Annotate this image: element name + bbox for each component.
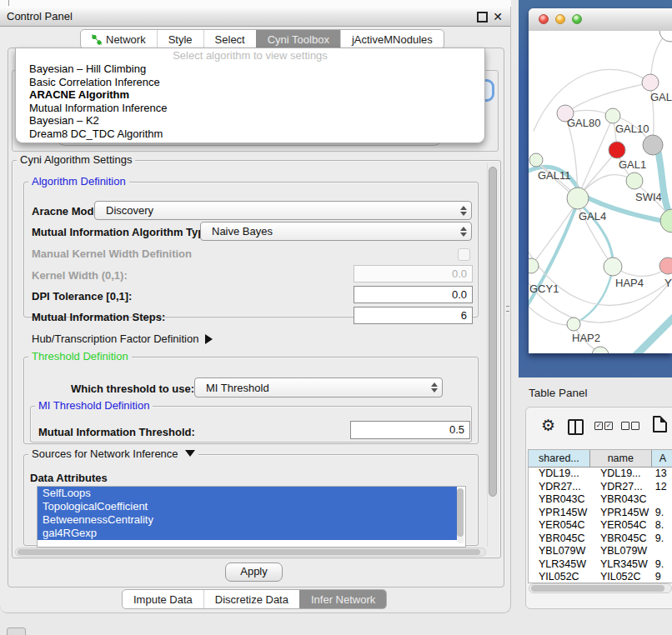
sources-title[interactable]: Sources for Network Inference (28, 448, 198, 460)
algorithm-option[interactable]: Basic Correlation Inference (16, 76, 484, 89)
network-node-gal[interactable] (642, 74, 659, 91)
data-attribute-item[interactable]: SelfLoops (38, 487, 457, 500)
node-label: HAP4 (615, 277, 644, 289)
mi-threshold-field[interactable]: 0.5 (350, 421, 470, 439)
select-all-checkboxes-icon[interactable]: ✓ (604, 422, 613, 430)
algorithm-option[interactable]: ARACNE Algorithm (16, 88, 484, 102)
column-header[interactable]: A (652, 450, 672, 468)
minimize-traffic-light-icon[interactable] (555, 14, 565, 24)
deselect-all-checkboxes-icon[interactable] (631, 422, 639, 430)
tab-discretize-data[interactable]: Discretize Data (203, 590, 299, 608)
table-cell: YDL19... (590, 468, 652, 481)
table-cell: YBR045C (590, 532, 652, 546)
mi-type-combo[interactable]: Naive Bayes (200, 222, 472, 241)
column-header[interactable]: name (590, 450, 652, 468)
select-all-checkboxes-icon[interactable]: ✓ (594, 422, 603, 430)
zoom-traffic-light-icon[interactable] (572, 14, 582, 24)
network-node[interactable] (643, 135, 663, 155)
dpi-tolerance-field[interactable]: 0.0 (354, 286, 473, 303)
page-icon[interactable] (653, 416, 667, 432)
split-pane-icon[interactable] (568, 419, 584, 435)
node-label: GAL4 (579, 210, 606, 222)
network-node[interactable] (660, 209, 672, 232)
network-window[interactable]: GALGAL80GAL10GAL1SWI4GAL11GAL4GCY1HAP4YH… (529, 8, 672, 353)
kernel-width-field: 0.0 (354, 265, 473, 282)
settings-hscroll-thumb[interactable] (18, 549, 480, 555)
table-cell: 8. (652, 519, 672, 532)
which-threshold-label: Which threshold to use: (71, 382, 194, 395)
close-icon[interactable]: ✕ (493, 8, 503, 26)
network-titlebar[interactable] (529, 8, 672, 32)
node-label: GAL10 (615, 122, 649, 135)
table-cell: YBL079W (590, 545, 652, 558)
table-cell (652, 493, 672, 507)
algorithm-popup-placeholder: Select algorithm to view settings (16, 48, 484, 62)
network-node[interactable] (592, 347, 609, 353)
node-label: SWI4 (635, 191, 662, 203)
mi-steps-field[interactable]: 6 (354, 307, 473, 324)
panel-resize-handle[interactable] (506, 306, 509, 312)
network-node-hap4[interactable] (604, 258, 622, 276)
column-header[interactable]: shared... (529, 450, 590, 468)
algorithm-option[interactable]: Dream8 DC_TDC Algorithm (16, 128, 484, 141)
mi-threshold-label: Mutual Information Threshold: (38, 426, 195, 438)
tab-infer-network[interactable]: Infer Network (299, 590, 386, 608)
apply-button[interactable]: Apply (225, 562, 283, 582)
network-node-gal11[interactable] (529, 153, 543, 167)
settings-horizontal-scrollbar[interactable] (15, 548, 486, 557)
hub-definition-toggle[interactable]: Hub/Transcription Factor Definition (32, 332, 213, 345)
table-row[interactable]: YLR345WYLR345W9. (529, 558, 672, 572)
table-row[interactable]: YDL19...YDL19...13 (529, 468, 672, 481)
algorithm-option[interactable]: Bayesian – Hill Climbing (16, 62, 484, 76)
tab-impute-data[interactable]: Impute Data (123, 590, 203, 608)
collapsed-panel-chip[interactable] (7, 628, 26, 635)
settings-vertical-scrollbar[interactable] (487, 163, 499, 547)
mi-type-label: Mutual Information Algorithm Type: (32, 226, 214, 238)
gear-icon[interactable]: ⚙ (541, 418, 555, 434)
network-node-gal10[interactable] (605, 108, 620, 123)
network-node-gcy1[interactable] (529, 258, 539, 273)
network-node-hap2[interactable] (567, 318, 580, 331)
data-attribute-item[interactable]: gal4RGexp (38, 527, 457, 540)
tab-style[interactable]: Style (157, 30, 203, 48)
algorithm-option[interactable]: Bayesian – K2 (16, 114, 484, 128)
aracne-mode-combo[interactable]: Discovery (94, 201, 472, 220)
table-panel-region: Table Panel ⚙ ✓ ✓ shared...nameA YDL19..… (519, 378, 672, 635)
which-threshold-value: MI Threshold (195, 382, 427, 394)
mi-type-value: Naive Bayes (201, 225, 456, 238)
network-edge (632, 312, 672, 353)
tab-select[interactable]: Select (203, 30, 256, 48)
network-node-y[interactable] (659, 258, 672, 274)
network-node-swi4[interactable] (626, 172, 643, 189)
table-row[interactable]: YBR045CYBR045C9. (529, 532, 672, 546)
table-hscroll-thumb[interactable] (531, 585, 664, 592)
list-scroll-thumb[interactable] (457, 488, 464, 537)
settings-vscroll-thumb[interactable] (489, 167, 497, 497)
table-cell: YBR045C (529, 532, 590, 546)
algorithm-option[interactable]: Mutual Information Inference (16, 102, 484, 115)
deselect-all-checkboxes-icon[interactable] (621, 422, 629, 430)
list-scrollbar[interactable] (457, 488, 464, 543)
which-threshold-combo[interactable]: MI Threshold (194, 378, 443, 398)
table-row[interactable]: YBL079WYBL079W (529, 545, 672, 558)
tab-network[interactable]: Network (81, 30, 157, 48)
data-attribute-item[interactable]: TopologicalCoefficient (38, 500, 457, 513)
manual-kernel-checkbox[interactable] (458, 248, 470, 261)
table-row[interactable]: YBR043CYBR043C (529, 493, 672, 507)
table-row[interactable]: YDR27...YDR27...12 (529, 481, 672, 494)
tab-label: Style (168, 33, 193, 46)
table-row[interactable]: YPR145WYPR145W9. (529, 507, 672, 520)
tab-cyni-toolbox[interactable]: Cyni Toolbox (256, 30, 340, 48)
float-window-icon[interactable] (477, 12, 488, 22)
close-traffic-light-icon[interactable] (539, 14, 549, 24)
data-attribute-item[interactable]: BetweennessCentrality (38, 513, 457, 527)
table-horizontal-scrollbar[interactable] (529, 583, 672, 593)
network-canvas[interactable]: GALGAL80GAL10GAL1SWI4GAL11GAL4GCY1HAP4YH… (529, 31, 672, 353)
table-row[interactable]: YER054CYER054C8. (529, 519, 672, 532)
tab-jactivemnodules[interactable]: jActiveMNodules (340, 30, 444, 48)
network-node-gal4[interactable] (567, 188, 589, 209)
table-row[interactable]: YIL052CYIL052C9 (529, 571, 672, 582)
node-label: HAP2 (572, 332, 600, 344)
data-attributes-list[interactable]: SelfLoopsTopologicalCoefficientBetweenne… (37, 486, 466, 548)
network-node-gal1[interactable] (609, 142, 625, 158)
